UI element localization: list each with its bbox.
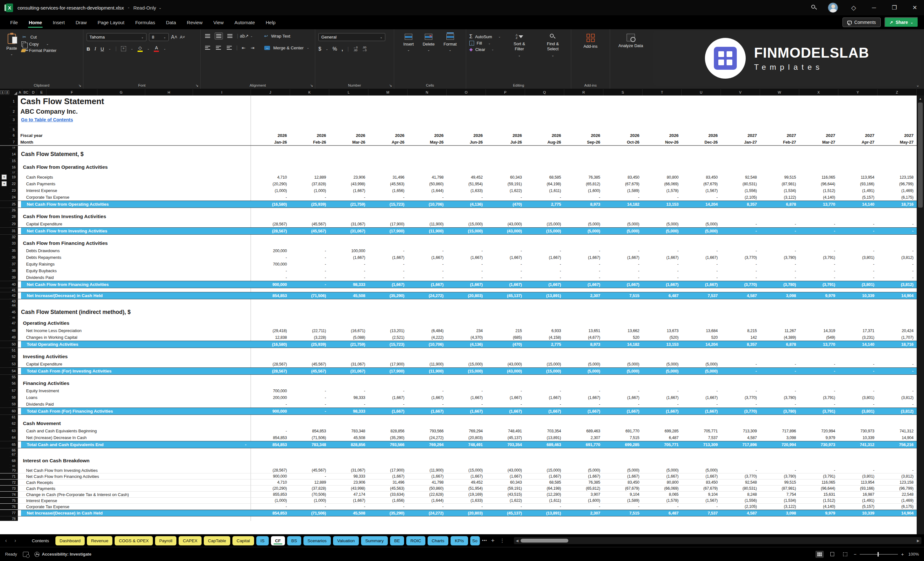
cell[interactable]: (1,667) [564,394,603,401]
cell[interactable]: - [760,267,799,274]
cell[interactable]: (28,567) [251,228,290,234]
menu-tab-page-layout[interactable]: Page Layout [93,17,129,28]
cell[interactable]: 756,216 [878,441,916,448]
row-number[interactable]: 35 [9,248,18,254]
cell[interactable]: 14,182 [603,341,642,348]
cell[interactable]: (3,791) [799,394,838,401]
cell[interactable]: 49,452 [447,174,486,180]
row-label[interactable]: Cash Flow Statement, $ [18,150,251,159]
total-row-label[interactable]: Net Cash Flow from Investing Activities [21,228,251,234]
cell[interactable]: (11,900) [408,361,447,368]
cell[interactable]: (1,469) [878,498,916,503]
cell[interactable]: 2026 [329,132,368,139]
cell[interactable]: - [760,248,799,254]
cell[interactable]: 720,994 [760,441,799,448]
row-label[interactable] [18,159,251,163]
cell[interactable]: Apr-27 [838,139,878,145]
cell[interactable]: (96,799) [878,486,916,491]
cell[interactable]: (11,900) [408,228,447,234]
cell[interactable]: - [838,261,878,267]
cell[interactable]: 713,309 [721,428,760,434]
row-number[interactable] [9,123,18,128]
cell[interactable]: 45,508 [329,510,368,516]
cell[interactable]: 9,104 [682,492,721,497]
cell[interactable]: - [838,274,878,281]
row-label[interactable] [18,452,251,457]
vertical-scroll-thumb[interactable] [918,102,923,208]
cell[interactable]: 3,098 [760,510,799,516]
cell[interactable]: (1,667) [525,474,564,479]
horizontal-scrollbar[interactable]: ◀ ▶ [514,537,921,544]
row-number[interactable]: 42 [9,292,18,299]
cell[interactable]: (43,000) [486,361,525,368]
cell[interactable]: 689,463 [564,428,603,434]
row-number[interactable]: 3 [9,116,18,123]
clear-button[interactable]: ◆Clear ⌄ [470,47,501,52]
cell[interactable]: 6,933 [525,327,564,334]
zoom-slider[interactable] [860,554,898,555]
cell[interactable]: (67,679) [603,180,642,187]
row-number[interactable]: 68 [9,457,18,465]
cell[interactable]: - [603,261,642,267]
cell[interactable]: (1,667) [447,474,486,479]
cell[interactable]: 6,878 [760,341,799,348]
cell[interactable]: 14,140 [838,201,878,208]
cell[interactable]: 76,385 [564,480,603,485]
column-header-J[interactable]: J [251,89,290,96]
expand-group-button[interactable]: + [2,181,7,186]
cell[interactable]: 3,098 [760,292,799,299]
cell[interactable]: - [642,401,682,408]
cell[interactable]: (1,644) [408,498,447,503]
cell[interactable]: - [878,361,916,368]
cell[interactable]: - [642,194,682,201]
cell[interactable]: (64,198) [525,486,564,491]
row-label[interactable]: Cash Flow from Investing Activities [18,212,251,220]
cell[interactable]: - [447,194,486,201]
cell[interactable]: (93,166) [838,180,878,187]
row-label[interactable]: Cash Flow Statement [18,96,251,107]
cell[interactable]: (11,900) [408,368,447,374]
accounting-format-icon[interactable]: $ [318,46,321,52]
sheet-tab-contents[interactable]: Contents [28,536,53,545]
row-label[interactable]: Interest on Cash Breakdown [18,457,251,465]
cell[interactable]: 10,339 [838,292,878,299]
cell[interactable]: (22,711) [290,327,329,334]
cell[interactable]: Mar-27 [799,139,838,145]
cell[interactable]: (51,954) [447,486,486,491]
cell[interactable]: - [721,368,760,374]
row-number[interactable]: 70 [9,467,18,473]
row-label[interactable] [18,348,251,352]
cell[interactable]: 900,000 [251,281,290,288]
total-row-label[interactable]: Total Operating Activities [21,341,251,348]
cell[interactable]: - [368,504,408,509]
row-number[interactable]: 65 [9,441,18,448]
cell[interactable]: 2026 [682,132,721,139]
cell[interactable]: (1,667) [525,394,564,401]
row-number[interactable]: 60 [9,408,18,414]
format-cells-button[interactable]: Format⌄ [440,33,460,53]
cell[interactable]: 900,000 [251,408,290,414]
cell[interactable]: 2027 [760,132,799,139]
cell[interactable]: - [721,248,760,254]
zoom-in-icon[interactable]: + [901,552,904,557]
cell[interactable]: - [799,467,838,473]
cell[interactable]: 13,153 [642,341,682,348]
cell[interactable]: (15,000) [447,368,486,374]
menu-tab-help[interactable]: Help [261,17,280,28]
row-label[interactable]: Financing Activities [18,379,251,387]
wrap-text-icon[interactable]: ↩ [264,33,268,39]
cell[interactable]: (3,801) [838,394,878,401]
cell[interactable]: - [329,401,368,408]
cell[interactable]: (1,667) [603,474,642,479]
cell[interactable]: (1,667) [408,408,447,414]
total-row-label[interactable]: Net Cash Flow from Operating Activities [21,201,251,208]
cell[interactable]: 4,587 [721,510,760,516]
cell[interactable]: (3,780) [760,254,799,261]
cell[interactable]: (3,770) [721,474,760,479]
cell[interactable]: (24,272) [408,510,447,516]
cell[interactable]: 76,385 [564,174,603,180]
cell[interactable]: 116,065 [799,480,838,485]
cell[interactable]: 717,896 [721,441,760,448]
cell[interactable]: (1,707) [878,334,916,340]
column-header-Y[interactable]: Y [838,89,878,96]
